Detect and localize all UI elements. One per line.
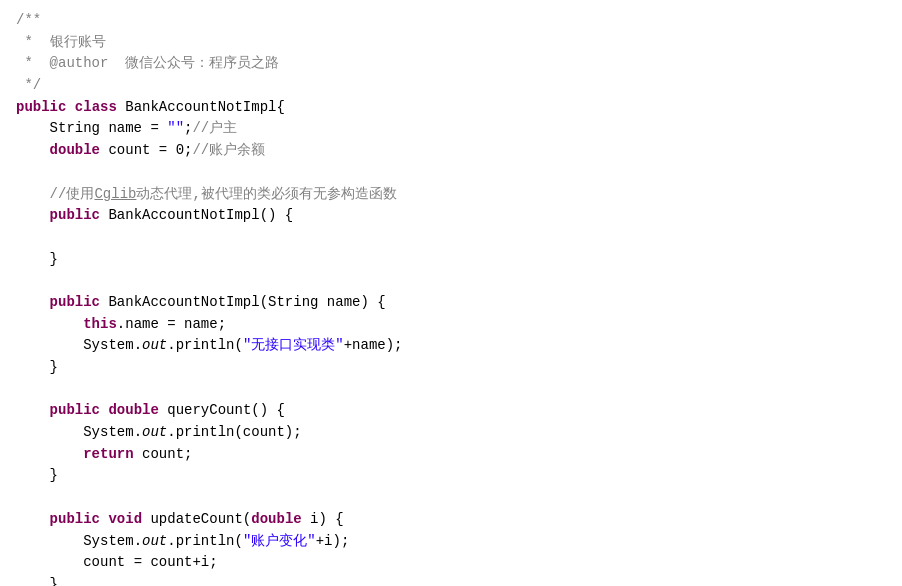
code-line-7: double count = 0;//账户余额 [0, 140, 902, 162]
code-editor: /** * 银行账号 * @author 微信公众号：程序员之路 */ publ… [0, 0, 902, 586]
code-line-6: String name = "";//户主 [0, 118, 902, 140]
code-line-12: } [0, 249, 902, 271]
code-line-16: System.out.println("无接口实现类"+name); [0, 335, 902, 357]
code-line-4: */ [0, 75, 902, 97]
code-line-25: System.out.println("账户变化"+i); [0, 531, 902, 553]
code-line-17: } [0, 357, 902, 379]
code-line-27: } [0, 574, 902, 586]
code-line-14: public BankAccountNotImpl(String name) { [0, 292, 902, 314]
code-line-19: public double queryCount() { [0, 400, 902, 422]
code-line-22: } [0, 465, 902, 487]
code-line-13 [0, 270, 902, 292]
code-line-18 [0, 379, 902, 401]
code-line-3: * @author 微信公众号：程序员之路 [0, 53, 902, 75]
code-line-2: * 银行账号 [0, 32, 902, 54]
code-line-23 [0, 487, 902, 509]
code-line-21: return count; [0, 444, 902, 466]
code-line-20: System.out.println(count); [0, 422, 902, 444]
code-line-5: public class BankAccountNotImpl{ [0, 97, 902, 119]
code-line-24: public void updateCount(double i) { [0, 509, 902, 531]
code-line-1: /** [0, 10, 902, 32]
code-line-11 [0, 227, 902, 249]
code-line-8 [0, 162, 902, 184]
code-line-15: this.name = name; [0, 314, 902, 336]
code-line-9: //使用Cglib动态代理,被代理的类必须有无参构造函数 [0, 184, 902, 206]
code-line-10: public BankAccountNotImpl() { [0, 205, 902, 227]
code-line-26: count = count+i; [0, 552, 902, 574]
